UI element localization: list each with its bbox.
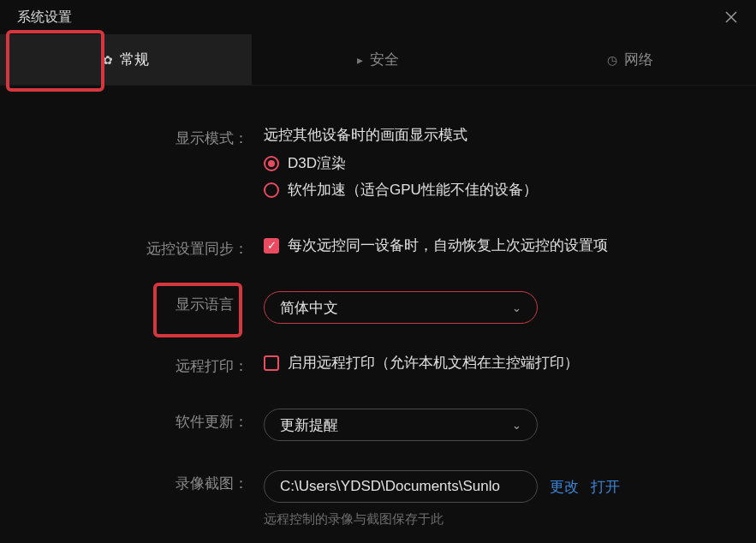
language-select[interactable]: 简体中文 ⌄ — [264, 291, 538, 324]
label-record: 录像截图： — [17, 470, 264, 493]
record-path: C:\Users\YDSD\Documents\Sunlo — [280, 478, 500, 495]
titlebar: 系统设置 — [0, 0, 756, 34]
language-value: 简体中文 — [280, 298, 338, 318]
label-remote-print: 远程打印： — [17, 353, 264, 376]
remote-print-text: 启用远程打印（允许本机文档在主控端打印） — [288, 353, 579, 373]
globe-icon: ◷ — [607, 53, 617, 67]
checkbox-sync[interactable]: ✓ 每次远控同一设备时，自动恢复上次远控的设置项 — [264, 236, 739, 255]
radio-d3d[interactable]: D3D渲染 — [264, 153, 739, 173]
record-hint: 远程控制的录像与截图保存于此 — [264, 511, 739, 528]
gear-icon: ✿ — [103, 53, 113, 67]
checkbox-checked-icon: ✓ — [264, 238, 279, 254]
tab-security-label: 安全 — [370, 50, 399, 69]
update-value: 更新提醒 — [280, 415, 338, 435]
tab-network[interactable]: ◷ 网络 — [504, 34, 756, 85]
change-link[interactable]: 更改 — [550, 477, 579, 497]
label-sync: 远控设置同步： — [17, 236, 264, 259]
checkbox-remote-print[interactable]: 启用远程打印（允许本机文档在主控端打印） — [264, 353, 739, 373]
radio-software-label: 软件加速（适合GPU性能不佳的设备） — [288, 180, 538, 200]
close-icon[interactable] — [718, 4, 744, 30]
content-area: 显示模式： 远控其他设备时的画面显示模式 D3D渲染 软件加速（适合GPU性能不… — [0, 86, 756, 543]
tab-general[interactable]: ✿ 常规 — [0, 34, 252, 85]
flag-icon: ▸ — [357, 53, 363, 67]
radio-d3d-label: D3D渲染 — [288, 153, 346, 173]
radio-software[interactable]: 软件加速（适合GPU性能不佳的设备） — [264, 180, 739, 200]
chevron-down-icon: ⌄ — [512, 419, 521, 432]
label-update: 软件更新： — [17, 409, 264, 432]
label-display-mode: 显示模式： — [17, 125, 264, 148]
radio-checked-icon — [264, 156, 279, 171]
window-title: 系统设置 — [17, 9, 72, 27]
checkbox-unchecked-icon — [264, 355, 279, 371]
label-language: 显示语言： — [17, 291, 264, 314]
display-mode-desc: 远控其他设备时的画面显示模式 — [264, 125, 739, 145]
tab-network-label: 网络 — [624, 50, 653, 69]
record-path-box[interactable]: C:\Users\YDSD\Documents\Sunlo — [264, 470, 538, 503]
chevron-down-icon: ⌄ — [512, 301, 521, 314]
tab-general-label: 常规 — [120, 50, 149, 69]
tab-security[interactable]: ▸ 安全 — [252, 34, 503, 85]
sync-text: 每次远控同一设备时，自动恢复上次远控的设置项 — [288, 236, 608, 255]
open-link[interactable]: 打开 — [591, 477, 620, 497]
tabs: ✿ 常规 ▸ 安全 ◷ 网络 — [0, 34, 756, 86]
update-select[interactable]: 更新提醒 ⌄ — [264, 409, 538, 441]
radio-unchecked-icon — [264, 182, 279, 198]
